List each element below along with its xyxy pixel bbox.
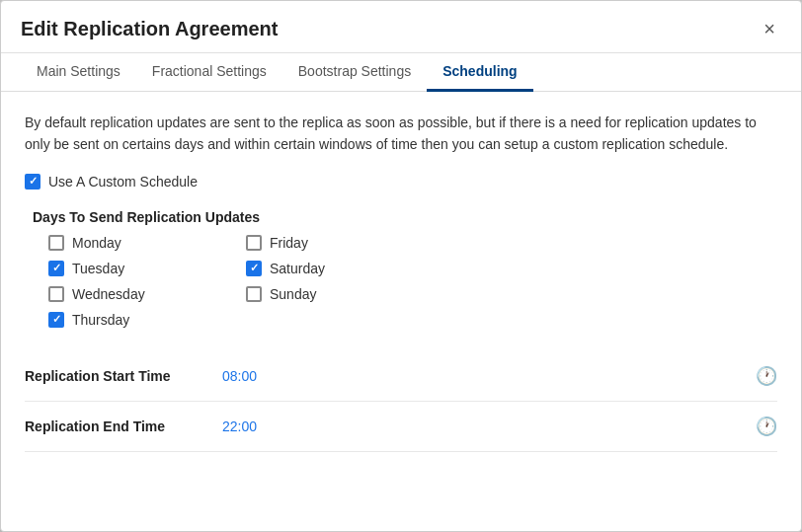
day-row-monday: Monday — [48, 235, 246, 251]
replication-end-row: Replication End Time 22:00 🕐 — [25, 402, 777, 452]
checkbox-saturday[interactable] — [246, 261, 262, 276]
modal-header: Edit Replication Agreement × — [1, 1, 801, 53]
tab-bootstrap-settings[interactable]: Bootstrap Settings — [282, 53, 427, 92]
day-label-sunday: Sunday — [270, 286, 316, 302]
modal-body: By default replication updates are sent … — [1, 92, 801, 472]
replication-start-clock-icon[interactable]: 🕐 — [756, 365, 777, 387]
custom-schedule-row: Use A Custom Schedule — [25, 174, 777, 190]
day-row-saturday: Saturday — [246, 261, 443, 276]
checkbox-wednesday[interactable] — [48, 286, 64, 302]
replication-start-row: Replication Start Time 08:00 🕐 — [25, 351, 777, 402]
day-label-wednesday: Wednesday — [72, 286, 145, 302]
modal-title: Edit Replication Agreement — [21, 18, 278, 40]
checkbox-sunday[interactable] — [246, 286, 262, 302]
day-label-tuesday: Tuesday — [72, 261, 124, 276]
custom-schedule-checkbox[interactable] — [25, 174, 40, 190]
edit-replication-modal: Edit Replication Agreement × Main Settin… — [0, 0, 802, 532]
day-row-friday: Friday — [246, 235, 443, 251]
checkbox-thursday[interactable] — [48, 312, 64, 328]
checkbox-monday[interactable] — [48, 235, 64, 251]
tab-bar: Main Settings Fractional Settings Bootst… — [1, 53, 801, 92]
day-row-sunday: Sunday — [246, 286, 443, 302]
replication-end-clock-icon[interactable]: 🕐 — [756, 416, 777, 437]
tab-fractional-settings[interactable]: Fractional Settings — [136, 53, 282, 92]
replication-start-value: 08:00 — [222, 368, 756, 384]
days-section: Days To Send Replication Updates Monday … — [33, 209, 777, 328]
replication-end-label: Replication End Time — [25, 418, 222, 434]
tab-main-settings[interactable]: Main Settings — [21, 53, 136, 92]
day-label-friday: Friday — [270, 235, 308, 251]
description-text: By default replication updates are sent … — [25, 112, 777, 156]
day-row-wednesday: Wednesday — [48, 286, 246, 302]
days-grid: Monday Friday Tuesday Saturday — [48, 235, 777, 328]
tab-scheduling[interactable]: Scheduling — [427, 53, 532, 92]
day-label-saturday: Saturday — [270, 261, 325, 276]
day-row-tuesday: Tuesday — [48, 261, 246, 276]
replication-start-label: Replication Start Time — [25, 368, 222, 384]
day-label-thursday: Thursday — [72, 312, 129, 328]
days-section-title: Days To Send Replication Updates — [33, 209, 777, 225]
replication-end-value: 22:00 — [222, 418, 756, 434]
checkbox-tuesday[interactable] — [48, 261, 64, 276]
close-button[interactable]: × — [758, 17, 781, 40]
checkbox-friday[interactable] — [246, 235, 262, 251]
day-label-monday: Monday — [72, 235, 121, 251]
custom-schedule-label[interactable]: Use A Custom Schedule — [48, 174, 198, 190]
day-row-thursday: Thursday — [48, 312, 246, 328]
